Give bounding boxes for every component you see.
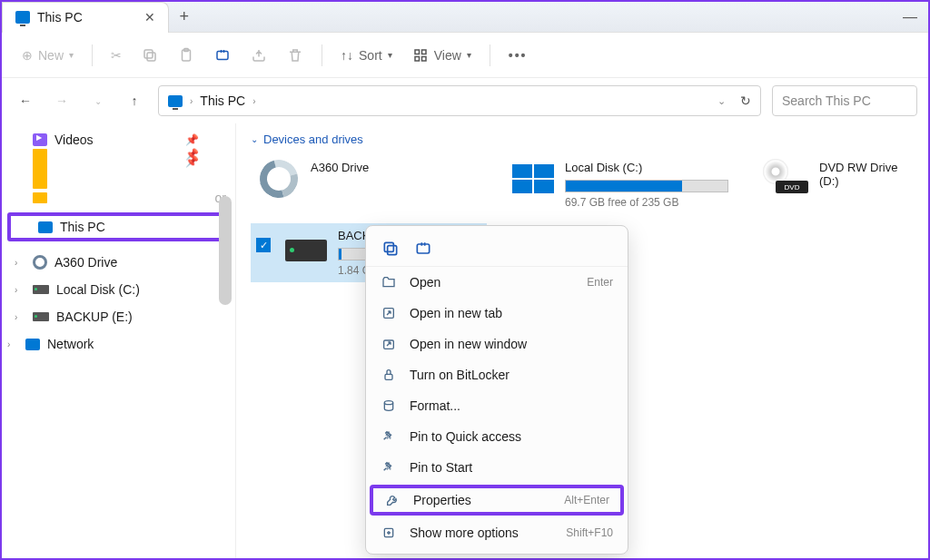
group-header[interactable]: ⌄ Devices and drives: [251, 133, 914, 146]
open-icon: [381, 274, 397, 290]
context-menu-item-open-in-new-window[interactable]: Open in new window: [366, 329, 628, 359]
grid-icon: [412, 47, 429, 64]
rename-button[interactable]: [205, 42, 240, 69]
tree-item-local-disk[interactable]: › Local Disk (C:): [2, 276, 235, 303]
sidebar-pinned-folder[interactable]: or: [2, 187, 235, 209]
context-menu-item-open-in-new-tab[interactable]: Open in new tab: [366, 298, 628, 329]
title-bar: This PC ✕ + —: [2, 2, 928, 33]
navigation-sidebar: Videos 📌 📌 📌 or This PC › A360 Drive › L…: [2, 123, 236, 559]
chevron-right-icon[interactable]: ›: [15, 285, 17, 295]
chevron-down-icon: ▾: [69, 50, 74, 60]
drive-card-a360[interactable]: A360 Drive: [251, 155, 487, 214]
context-menu-item-open[interactable]: OpenEnter: [366, 267, 628, 298]
drive-icon: [33, 285, 49, 294]
network-icon: [25, 339, 40, 350]
newwin-icon: [381, 336, 397, 352]
svg-point-15: [384, 401, 392, 405]
svg-rect-8: [421, 56, 426, 61]
view-button[interactable]: View ▾: [403, 42, 480, 69]
sidebar-scrollbar[interactable]: [219, 123, 232, 559]
delete-button[interactable]: [278, 42, 312, 69]
context-menu-item-properties[interactable]: PropertiesAlt+Enter: [370, 485, 624, 516]
pin-icon: [381, 428, 397, 445]
back-button[interactable]: ←: [13, 88, 38, 113]
refresh-button[interactable]: ↻: [740, 93, 751, 108]
context-menu-item-turn-on-bitlocker[interactable]: Turn on BitLocker: [366, 359, 628, 390]
a360-drive-icon: [252, 152, 304, 204]
sidebar-pinned-folder[interactable]: [2, 180, 235, 187]
svg-rect-9: [388, 246, 397, 255]
new-button[interactable]: ⊕ New ▾: [13, 43, 83, 68]
svg-rect-10: [384, 242, 393, 251]
recent-chevron-icon[interactable]: ⌄: [85, 88, 111, 113]
window-tab[interactable]: This PC ✕: [2, 2, 169, 33]
plus-circle-icon: ⊕: [22, 48, 33, 63]
context-menu-item-show-more-options[interactable]: Show more optionsShift+F10: [366, 517, 628, 548]
search-input[interactable]: Search This PC: [772, 85, 917, 116]
rename-icon: [214, 47, 231, 64]
chevron-right-icon: ›: [190, 96, 193, 106]
drive-card-dvd[interactable]: DVD DVD RW Drive (D:): [759, 155, 905, 214]
chevron-right-icon[interactable]: ›: [7, 339, 10, 349]
search-placeholder: Search This PC: [782, 93, 871, 108]
ellipsis-icon: •••: [509, 48, 528, 63]
chevron-right-icon[interactable]: ›: [15, 258, 17, 268]
tree-item-backup[interactable]: › BACKUP (E:): [2, 303, 235, 330]
cut-button[interactable]: ✂: [102, 43, 131, 68]
videos-icon: [33, 133, 47, 146]
trash-icon: [287, 47, 303, 64]
address-bar[interactable]: › This PC › ⌄ ↻: [158, 85, 761, 116]
context-menu-item-format-[interactable]: Format...: [366, 390, 628, 421]
chevron-down-icon: ▾: [388, 50, 392, 60]
tree-item-a360[interactable]: › A360 Drive: [2, 249, 235, 276]
up-button[interactable]: ↑: [122, 88, 147, 113]
a360-drive-icon: [33, 255, 47, 270]
svg-rect-7: [415, 56, 420, 61]
pin-icon: 📌: [185, 133, 199, 146]
selected-checkbox-icon[interactable]: ✓: [256, 238, 271, 252]
svg-rect-14: [385, 374, 392, 379]
svg-rect-5: [415, 50, 420, 54]
paste-button[interactable]: [169, 42, 203, 69]
svg-rect-11: [417, 244, 429, 253]
drive-icon: [285, 240, 327, 261]
sort-icon: ↑↓: [341, 48, 353, 63]
tree-item-network[interactable]: › Network: [2, 330, 235, 358]
wrench-icon: [384, 492, 401, 508]
windows-drive-icon: [512, 164, 554, 193]
clipboard-icon: [178, 47, 194, 64]
sidebar-item-videos[interactable]: Videos 📌: [2, 129, 235, 151]
share-icon: [251, 47, 267, 64]
svg-rect-4: [217, 51, 228, 59]
sort-button[interactable]: ↑↓ Sort ▾: [331, 43, 401, 68]
context-menu-item-pin-to-start[interactable]: Pin to Start: [366, 452, 628, 483]
forward-button[interactable]: →: [49, 88, 74, 113]
scissors-icon: ✂: [111, 48, 122, 63]
sidebar-item-this-pc[interactable]: This PC: [7, 212, 230, 241]
rename-button[interactable]: [413, 239, 433, 259]
copy-button[interactable]: [381, 239, 401, 259]
tab-close-icon[interactable]: ✕: [144, 10, 155, 25]
dvd-drive-icon: DVD: [767, 164, 808, 193]
svg-rect-1: [144, 50, 153, 58]
lock-icon: [381, 367, 397, 383]
chevron-right-icon: ›: [252, 96, 255, 106]
share-button[interactable]: [242, 42, 276, 69]
new-tab-button[interactable]: +: [169, 7, 200, 26]
minimize-button[interactable]: —: [892, 9, 928, 25]
dropdown-chevron-icon[interactable]: ⌄: [717, 95, 726, 107]
chevron-down-icon: ▾: [467, 50, 471, 60]
copy-button[interactable]: [133, 42, 167, 69]
chevron-right-icon[interactable]: ›: [15, 312, 17, 322]
more-button[interactable]: •••: [500, 43, 537, 68]
context-menu: OpenEnterOpen in new tabOpen in new wind…: [365, 225, 628, 555]
breadcrumb-root[interactable]: This PC: [200, 93, 245, 108]
context-menu-item-pin-to-quick-access[interactable]: Pin to Quick access: [366, 421, 628, 452]
svg-rect-6: [421, 50, 426, 54]
svg-rect-0: [147, 53, 155, 61]
drive-card-local-c[interactable]: Local Disk (C:) 69.7 GB free of 235 GB: [505, 155, 741, 214]
newtab-icon: [381, 305, 397, 321]
tab-title: This PC: [37, 10, 83, 25]
more-icon: [381, 525, 397, 541]
this-pc-icon: [38, 221, 53, 233]
